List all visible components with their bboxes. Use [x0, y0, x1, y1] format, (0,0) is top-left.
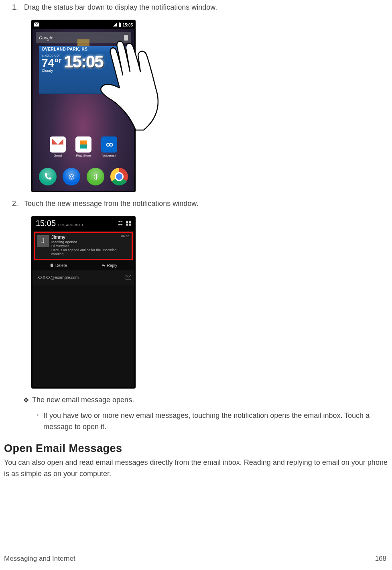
status-bar: 15:05 [32, 21, 134, 29]
phone-icon [39, 168, 57, 185]
svg-rect-6 [129, 224, 131, 226]
page-footer: Messaging and Internet 168 [4, 555, 386, 563]
app-gmail-label: Gmail [49, 154, 67, 157]
mail-icon [126, 274, 131, 281]
dock: ☺ [32, 165, 134, 188]
shade-time: 15:05 [36, 219, 56, 228]
phone-notification-shade: 15:05 FRI, AUGUST 1 J Jimmy 06:30 Meetin… [31, 216, 136, 389]
voicemail-icon [101, 136, 117, 153]
gmail-icon [50, 136, 66, 153]
svg-rect-5 [126, 224, 128, 226]
screenshot-2: 15:05 FRI, AUGUST 1 J Jimmy 06:30 Meetin… [31, 216, 388, 389]
square-bullet-icon: ▪ [32, 410, 43, 433]
result-bullet: ❖ The new email message opens. [20, 396, 388, 405]
delete-action: Delete [50, 263, 67, 268]
sub-bullet-text: If you have two or more new email messag… [43, 410, 388, 433]
battery-icon [118, 22, 121, 28]
app-voicemail-label: Voicemail [100, 154, 118, 157]
avatar: J [37, 235, 49, 247]
diamond-bullet-icon: ❖ [20, 396, 32, 405]
notif-body-line1: Hi everyone! [51, 244, 129, 248]
notif-body-line2: Here is an agenda outline for the upcomi… [51, 248, 129, 256]
step-1: 1. Drag the status bar down to display t… [12, 3, 388, 12]
notif-time: 06:30 [121, 234, 129, 238]
mic-icon [124, 35, 128, 41]
notif-actions: Delete Reply [32, 261, 134, 271]
notification-email: J Jimmy 06:30 Meeting agenda Hi everyone… [34, 232, 133, 260]
notif-sender: Jimmy [51, 234, 129, 240]
notif-subject: Meeting agenda [51, 240, 129, 244]
sub-bullet: ▪ If you have two or more new email mess… [32, 410, 388, 433]
profile-switch-icon [118, 220, 123, 228]
step-2-number: 2. [12, 200, 24, 208]
account-email: XXXXX@example.com [37, 275, 126, 280]
weather-provider: AccuWeather [106, 89, 125, 93]
reply-action: Reply [102, 263, 118, 268]
svg-rect-3 [126, 221, 128, 223]
app-play-label: Play Store [75, 154, 92, 157]
svg-rect-4 [129, 221, 131, 223]
footer-page-number: 168 [375, 555, 386, 563]
reply-icon [102, 263, 106, 268]
section-heading: Open Email Messages [4, 442, 388, 455]
footer-section: Messaging and Internet [4, 555, 75, 563]
play-store-icon [75, 136, 91, 153]
mail-icon [34, 22, 39, 27]
app-gmail: Gmail [49, 136, 67, 157]
messaging-icon [87, 168, 104, 185]
svg-rect-2 [119, 22, 120, 23]
screenshot-1: 15:05 Google OVERLAND PARK, KS at 02:00 … [31, 20, 152, 192]
contacts-icon: ☺ [63, 168, 80, 185]
signal-icon [113, 22, 117, 27]
svg-rect-1 [119, 23, 121, 27]
statusbar-time: 15:05 [122, 23, 133, 27]
chrome-icon [110, 168, 128, 185]
step-2: 2. Touch the new message from the notifi… [12, 200, 388, 208]
section-paragraph: You can also open and read email message… [4, 457, 388, 480]
result-bullet-text: The new email message opens. [32, 396, 134, 405]
shade-header: 15:05 FRI, AUGUST 1 [32, 217, 134, 231]
app-voicemail: Voicemail [100, 136, 118, 157]
app-row: Gmail Play Store Voicemail [32, 136, 134, 157]
weather-location: OVERLAND PARK, KS [39, 46, 128, 52]
clock-overlay: 15:05 [32, 52, 134, 71]
step-1-text: Drag the status bar down to display the … [24, 3, 388, 12]
trash-icon [50, 263, 54, 268]
app-play-store: Play Store [75, 136, 92, 157]
step-1-number: 1. [12, 3, 24, 12]
search-placeholder: Google [39, 35, 53, 41]
account-row: XXXXX@example.com [32, 271, 134, 285]
quick-settings-icon [126, 220, 131, 228]
phone-homescreen: 15:05 Google OVERLAND PARK, KS at 02:00 … [31, 20, 136, 192]
step-2-text: Touch the new message from the notificat… [24, 200, 388, 208]
shade-date: FRI, AUGUST 1 [58, 223, 83, 227]
